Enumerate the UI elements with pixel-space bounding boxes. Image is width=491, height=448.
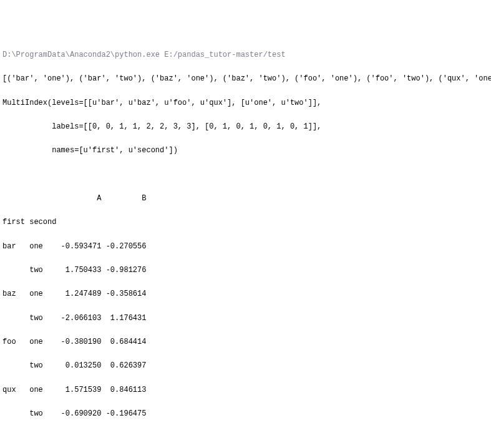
tuples-output: [('bar', 'one'), ('bar', 'two'), ('baz',… [2,73,489,85]
dataframe-row: two 1.750433 -0.981276 [2,265,489,276]
dataframe-header: A B [2,193,489,205]
dataframe-row: foo one -0.380190 0.684414 [2,336,489,348]
dataframe-index-header: first second [2,217,489,228]
dataframe-row: two -2.066103 1.176431 [2,313,489,324]
dataframe-row: two -0.690920 -0.196475 [2,408,489,420]
blank [2,432,489,444]
blank [2,169,489,181]
dataframe-row: bar one -0.593471 -0.270556 [2,241,489,253]
multiindex-line1: MultiIndex(levels=[[u'bar', u'baz', u'fo… [2,97,489,109]
command-line: D:\ProgramData\Anaconda2\python.exe E:/p… [2,49,489,61]
multiindex-line3: names=[u'first', u'second']) [2,145,489,157]
dataframe-row: baz one 1.247489 -0.358614 [2,288,489,300]
dataframe-row: two 0.013250 0.626397 [2,360,489,372]
dataframe-row: qux one 1.571539 0.846113 [2,384,489,396]
multiindex-line2: labels=[[0, 0, 1, 1, 2, 2, 3, 3], [0, 1,… [2,121,489,133]
